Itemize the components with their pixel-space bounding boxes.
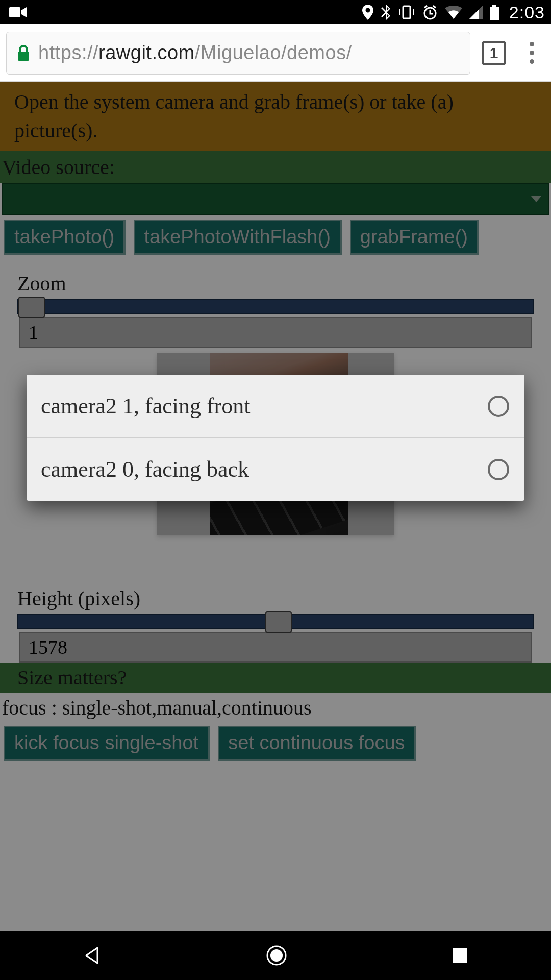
select-option[interactable]: camera2 1, facing front	[27, 375, 524, 437]
lock-icon	[17, 45, 30, 61]
url-scheme: https://	[38, 42, 98, 63]
select-option-label: camera2 1, facing front	[41, 393, 250, 419]
url-host: rawgit.com	[98, 42, 195, 63]
url-path: /Miguelao/demos/	[195, 42, 352, 63]
page-content: Open the system camera and grab frame(s)…	[0, 82, 551, 931]
status-bar: 2:03	[0, 0, 551, 24]
status-time: 2:03	[509, 3, 545, 22]
browser-toolbar: https://rawgit.com/Miguelao/demos/ 1	[0, 24, 551, 82]
select-option-label: camera2 0, facing back	[41, 456, 249, 482]
svg-point-1	[365, 8, 370, 13]
svg-rect-6	[492, 5, 496, 7]
alarm-icon	[422, 5, 438, 20]
radio-icon	[488, 396, 509, 417]
radio-icon	[488, 459, 509, 480]
videocam-icon	[9, 6, 27, 18]
select-option[interactable]: camera2 0, facing back	[27, 437, 524, 501]
svg-rect-4	[413, 9, 414, 15]
vibrate-icon	[398, 5, 415, 19]
wifi-icon	[445, 6, 462, 19]
svg-rect-11	[453, 948, 467, 963]
home-button[interactable]	[265, 944, 288, 967]
modal-scrim[interactable]	[0, 82, 551, 931]
svg-rect-0	[9, 7, 20, 17]
tab-count: 1	[490, 44, 498, 62]
location-icon	[362, 5, 373, 20]
svg-rect-8	[18, 52, 29, 61]
back-button[interactable]	[82, 946, 102, 965]
recents-button[interactable]	[452, 947, 469, 964]
navigation-bar	[0, 931, 551, 980]
svg-rect-3	[399, 9, 400, 15]
tab-switcher-button[interactable]: 1	[482, 41, 506, 65]
url-box[interactable]: https://rawgit.com/Miguelao/demos/	[6, 32, 470, 75]
battery-icon	[490, 5, 499, 20]
url-text: https://rawgit.com/Miguelao/demos/	[38, 42, 352, 64]
cell-signal-icon	[469, 6, 483, 19]
svg-rect-7	[490, 7, 499, 20]
select-popup: camera2 1, facing front camera2 0, facin…	[27, 375, 524, 501]
svg-point-10	[270, 949, 283, 962]
bluetooth-icon	[381, 4, 391, 20]
overflow-menu-button[interactable]	[523, 42, 540, 64]
svg-rect-2	[403, 6, 410, 18]
